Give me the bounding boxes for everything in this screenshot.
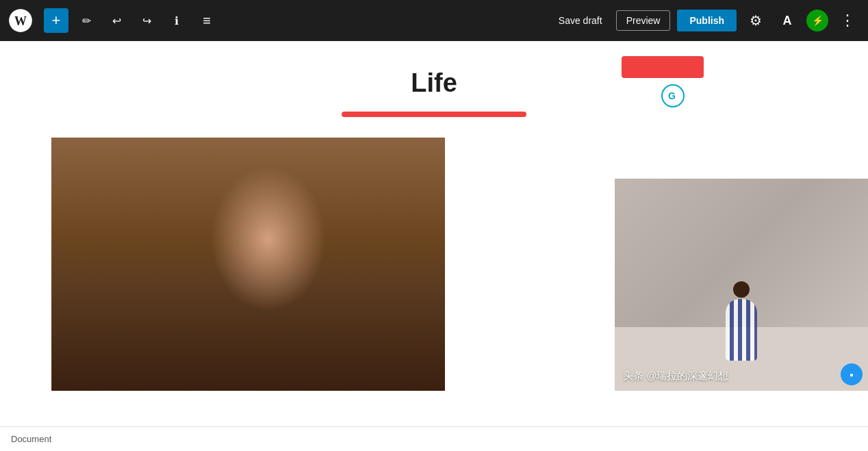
undo-button[interactable]: ↩ [104, 8, 129, 33]
preview-button[interactable]: Preview [616, 10, 671, 31]
document-label[interactable]: Document [11, 434, 51, 444]
wordpress-logo[interactable]: W [8, 8, 33, 33]
main-image[interactable] [51, 138, 445, 391]
toolbar: W + ✏ ↩ ↪ ℹ ≡ Save draft Preview Publish… [0, 0, 868, 41]
settings-button[interactable]: ⚙ [743, 8, 768, 33]
g-icon-annotation: G [661, 84, 685, 107]
annotation-bar [622, 56, 704, 78]
bottom-bar: Document [0, 426, 868, 451]
blue-circle-annotation: ● [841, 363, 863, 385]
jetpack-button[interactable]: ⚡ [806, 10, 828, 31]
person-head [733, 281, 750, 298]
watermark-text: 头条 @瑞拉的深邃幻想 [623, 370, 728, 383]
image-section: 头条 @瑞拉的深邃幻想 ● [0, 138, 868, 391]
red-underline-annotation [342, 112, 526, 117]
more-menu-button[interactable]: ⋮ [835, 8, 860, 33]
add-block-button[interactable]: + [44, 8, 68, 33]
main-area: G Life [0, 41, 868, 451]
svg-text:G: G [668, 90, 676, 101]
tools-button[interactable]: ✏ [74, 8, 99, 33]
page-title[interactable]: Life [0, 68, 868, 98]
save-draft-button[interactable]: Save draft [552, 11, 609, 30]
list-view-button[interactable]: ≡ [194, 8, 219, 33]
person-silhouette [724, 281, 758, 370]
font-button[interactable]: A [775, 8, 800, 33]
toolbar-right: Save draft Preview Publish ⚙ A ⚡ ⋮ [552, 8, 860, 33]
side-image[interactable]: 头条 @瑞拉的深邃幻想 ● [615, 179, 868, 391]
woman-figure [51, 138, 445, 391]
svg-text:W: W [14, 14, 27, 28]
publish-button[interactable]: Publish [677, 10, 737, 31]
editor-canvas: G Life [0, 41, 868, 451]
redo-button[interactable]: ↪ [134, 8, 159, 33]
person-body [726, 299, 757, 361]
info-button[interactable]: ℹ [164, 8, 189, 33]
